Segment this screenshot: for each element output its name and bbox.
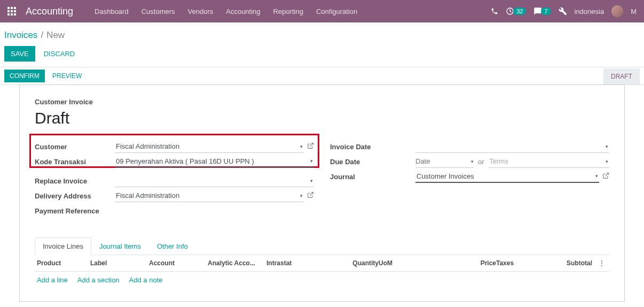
- company-name[interactable]: indonesia: [575, 7, 604, 16]
- customer-field[interactable]: Fiscal Administration ▾: [115, 140, 304, 153]
- confirm-button[interactable]: CONFIRM: [4, 70, 45, 82]
- svg-rect-0: [7, 7, 10, 9]
- external-link-icon[interactable]: [602, 172, 609, 181]
- chat-badge: 7: [541, 7, 551, 15]
- nav-vendors[interactable]: Vendors: [182, 0, 220, 22]
- col-label: Label: [90, 259, 149, 267]
- top-nav: Accounting Dashboard Customers Vendors A…: [0, 0, 644, 22]
- status-bar: CONFIRM PREVIEW DRAFT: [0, 67, 644, 85]
- apps-icon[interactable]: [4, 4, 19, 19]
- add-section-link[interactable]: Add a section: [77, 276, 120, 284]
- due-date-field[interactable]: [415, 155, 474, 168]
- breadcrumb-link[interactable]: Invoices: [4, 30, 37, 41]
- col-taxes: Taxes: [496, 259, 560, 267]
- col-uom: UoM: [379, 259, 432, 267]
- chevron-down-icon: ▾: [606, 144, 608, 149]
- svg-rect-2: [14, 7, 16, 9]
- svg-rect-6: [7, 13, 10, 16]
- sheet-subtitle: Customer Invoice: [35, 98, 609, 106]
- form-buttons: SAVE DISCARD: [0, 46, 644, 67]
- tab-invoice-lines[interactable]: Invoice Lines: [35, 237, 91, 255]
- chevron-down-icon: ▾: [300, 193, 303, 198]
- grid-add-row: Add a line Add a section Add a note: [35, 272, 609, 288]
- debug-icon[interactable]: [559, 7, 567, 16]
- col-analytic: Analytic Acco...: [208, 259, 266, 267]
- form-sheet: Customer Invoice Draft Customer Fiscal A…: [19, 85, 625, 302]
- journal-field[interactable]: Customer Invoices ▾: [415, 170, 599, 183]
- chevron-down-icon: ▾: [310, 178, 313, 183]
- nav-accounting[interactable]: Accounting: [219, 0, 266, 22]
- label-invoice-date: Invoice Date: [330, 143, 415, 151]
- external-link-icon[interactable]: [307, 142, 314, 151]
- add-line-link[interactable]: Add a line: [37, 276, 68, 284]
- or-text: or: [478, 158, 484, 166]
- nav-dashboard[interactable]: Dashboard: [88, 0, 135, 22]
- status-draft[interactable]: DRAFT: [603, 68, 640, 85]
- kode-transaksi-field[interactable]: 09 Penyerahan Aktiva ( Pasal 16D UU PPN …: [115, 155, 314, 168]
- phone-icon[interactable]: [491, 7, 498, 15]
- activity-badge: 32: [513, 7, 526, 15]
- chat-indicator[interactable]: 7: [533, 7, 551, 16]
- preview-button[interactable]: PREVIEW: [52, 72, 82, 80]
- svg-rect-8: [14, 13, 16, 16]
- col-subtotal: Subtotal: [560, 259, 596, 267]
- tab-other-info[interactable]: Other Info: [149, 237, 196, 255]
- label-payref: Payment Reference: [35, 207, 115, 215]
- label-replace: Replace Invoice: [35, 177, 115, 185]
- label-due-date: Due Date: [330, 158, 415, 166]
- breadcrumb-current: New: [46, 30, 65, 41]
- nav-reporting[interactable]: Reporting: [267, 0, 310, 22]
- svg-rect-5: [14, 10, 16, 12]
- chevron-down-icon: ▾: [300, 144, 303, 149]
- col-intrastat: Intrastat: [266, 259, 325, 267]
- grid-header: Product Label Account Analytic Acco... I…: [35, 255, 609, 272]
- col-price: Price: [432, 259, 496, 267]
- user-initial: M: [631, 7, 637, 16]
- svg-rect-7: [11, 13, 13, 16]
- add-note-link[interactable]: Add a note: [129, 276, 163, 284]
- invoice-date-field[interactable]: ▾: [415, 140, 609, 153]
- svg-rect-1: [11, 7, 13, 9]
- svg-rect-4: [11, 10, 13, 12]
- col-quantity: Quantity: [325, 259, 379, 267]
- external-link-icon[interactable]: [307, 191, 314, 200]
- svg-rect-3: [7, 10, 10, 12]
- nav-right: 32 7 indonesia M: [491, 5, 640, 17]
- label-kode: Kode Transaksi: [35, 158, 115, 166]
- activity-indicator[interactable]: 32: [506, 7, 526, 16]
- payment-terms-field[interactable]: Terms ▾: [489, 155, 609, 168]
- col-account: Account: [149, 259, 208, 267]
- chevron-down-icon: ▾: [595, 173, 598, 179]
- save-button[interactable]: SAVE: [4, 46, 35, 62]
- chevron-down-icon: ▾: [606, 159, 608, 164]
- label-delivery: Delivery Address: [35, 192, 115, 200]
- form-right-column: Invoice Date ▾ Due Date ▾ or Terms: [330, 139, 609, 218]
- discard-button[interactable]: DISCARD: [44, 50, 75, 58]
- breadcrumb-separator: /: [41, 30, 43, 41]
- kebab-icon[interactable]: ⋮: [596, 259, 607, 267]
- nav-customers[interactable]: Customers: [135, 0, 182, 22]
- payment-reference-field[interactable]: [115, 205, 314, 217]
- col-product: Product: [37, 259, 90, 267]
- nav-configuration[interactable]: Configuration: [310, 0, 364, 22]
- breadcrumb: Invoices / New: [0, 22, 644, 46]
- form-left-column: Customer Fiscal Administration ▾ Kode Tr…: [35, 139, 314, 218]
- sheet-title: Draft: [35, 109, 609, 127]
- delivery-address-field[interactable]: Fiscal Administration ▾: [115, 189, 304, 202]
- app-brand[interactable]: Accounting: [26, 6, 73, 17]
- label-customer: Customer: [35, 143, 115, 151]
- notebook-tabs: Invoice Lines Journal Items Other Info: [35, 237, 609, 255]
- avatar[interactable]: [611, 5, 623, 17]
- chevron-down-icon: ▾: [310, 158, 313, 164]
- nav-menu: Dashboard Customers Vendors Accounting R…: [88, 0, 364, 22]
- replace-invoice-field[interactable]: ▾: [115, 174, 314, 187]
- tab-journal-items[interactable]: Journal Items: [91, 237, 149, 255]
- label-journal: Journal: [330, 173, 415, 181]
